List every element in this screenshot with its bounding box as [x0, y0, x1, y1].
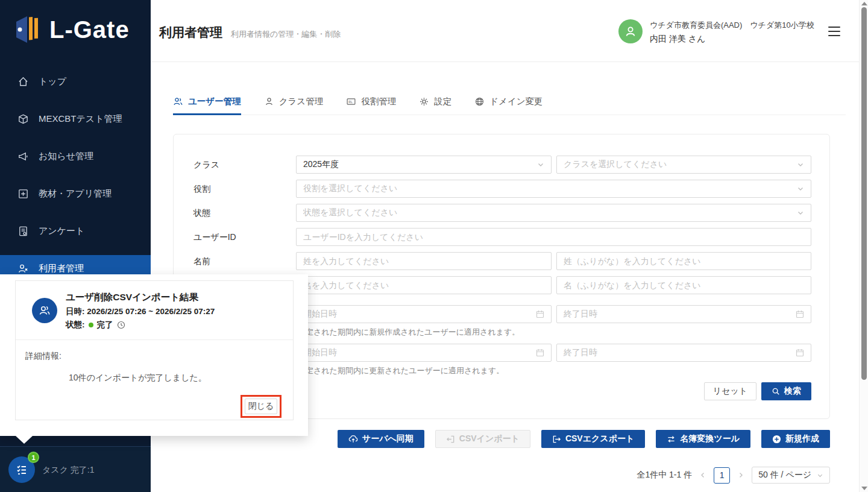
survey-document-icon — [17, 225, 29, 237]
page-scrollbar[interactable] — [859, 0, 868, 492]
reset-button[interactable]: リセット — [704, 382, 756, 400]
tab-settings[interactable]: 設定 — [419, 93, 451, 115]
task-result-status: 状態: 完了 — [66, 320, 125, 330]
next-page-icon[interactable] — [737, 472, 744, 479]
tab-role-management[interactable]: RL 役割管理 — [346, 93, 396, 115]
search-button[interactable]: 検索 — [761, 382, 811, 400]
chevron-down-icon — [797, 209, 804, 216]
status-dot-green — [89, 323, 93, 327]
first-kana-field-wrap — [556, 276, 811, 294]
modal-divider — [16, 339, 293, 340]
checklist-icon — [15, 463, 28, 476]
csv-import-button: CSVインポート — [435, 430, 530, 448]
page-subtitle: 利用者情報の管理・編集・削除 — [231, 29, 341, 40]
user-info: ウチダ市教育委員会(AAD) ウチダ第10小学校 内田 洋美 さん — [650, 20, 825, 45]
app-logo[interactable]: L-Gate — [11, 13, 130, 46]
megaphone-icon — [17, 150, 29, 162]
last-kana-input[interactable] — [564, 256, 804, 266]
created-range-help: 指定された期間内に新規作成されたユーザーに適用されます。 — [298, 327, 520, 338]
task-count-badge: 1 — [28, 452, 39, 463]
app-logo-text: L-Gate — [49, 16, 130, 43]
user-id-field-wrap — [296, 228, 811, 246]
csv-export-button[interactable]: CSVエクスポート — [541, 430, 645, 448]
first-name-input[interactable] — [303, 280, 544, 290]
updated-start-date-picker[interactable]: 開始日時 — [296, 344, 552, 362]
tab-bar: ユーザー管理 クラス管理 RL 役割管理 設定 ドメイン変更 — [173, 93, 543, 115]
user-avatar[interactable] — [618, 19, 643, 43]
calendar-icon — [536, 348, 544, 357]
gear-icon — [419, 96, 429, 107]
sidebar-item-label: お知らせ管理 — [39, 151, 93, 162]
page-size-select[interactable]: 50 件 / ページ — [752, 467, 830, 484]
swap-arrows-icon — [667, 435, 676, 444]
lgate-logo-icon — [11, 13, 43, 46]
sidebar-item-survey[interactable]: アンケート — [0, 218, 151, 244]
user-name-line: 内田 洋美 さん — [650, 34, 825, 45]
task-drawer-bar[interactable]: 1 タスク 完了:1 — [0, 446, 151, 492]
sync-server-button[interactable]: サーバへ同期 — [338, 430, 424, 448]
scroll-down-arrow[interactable] — [861, 487, 867, 490]
create-new-button[interactable]: 新規作成 — [761, 430, 830, 448]
sidebar-item-label: 利用者管理 — [39, 263, 84, 274]
sidebar-item-mexcbt[interactable]: MEXCBTテスト管理 — [0, 106, 151, 132]
plus-square-icon — [17, 188, 29, 200]
sidebar-item-top[interactable]: トップ — [0, 68, 151, 95]
person-icon — [623, 24, 638, 39]
status-label: 状態 — [193, 204, 210, 222]
first-kana-input[interactable] — [564, 280, 804, 290]
clock-history-icon[interactable] — [117, 321, 125, 329]
role-select[interactable]: 役割を選択してください — [296, 180, 811, 198]
page-title: 利用者管理 — [159, 24, 222, 41]
import-icon — [446, 435, 455, 444]
tab-label: クラス管理 — [279, 96, 324, 107]
export-icon — [552, 435, 561, 444]
tab-label: 設定 — [434, 96, 451, 107]
class-select[interactable]: クラスを選択してください — [556, 156, 811, 174]
chevron-down-icon — [537, 161, 544, 168]
updated-end-date-picker[interactable]: 終了日時 — [556, 344, 811, 362]
task-result-card: ユーザ削除CSVインポート結果 日時: 2026/2/25 07:26 ~ 20… — [15, 280, 294, 420]
calendar-icon — [796, 348, 804, 357]
user-manage-icon — [17, 262, 29, 274]
name-label: 名前 — [193, 252, 210, 270]
sidebar-item-materials[interactable]: 教材・アプリ管理 — [0, 180, 151, 207]
page-number-current[interactable]: 1 — [714, 467, 730, 484]
import-result-message: 10件のインポートが完了しました。 — [69, 373, 207, 383]
tab-domain-change[interactable]: ドメイン変更 — [474, 93, 542, 115]
home-icon — [17, 75, 29, 87]
roster-convert-button[interactable]: 名簿変換ツール — [656, 430, 750, 448]
scroll-up-arrow[interactable] — [861, 2, 867, 5]
status-select[interactable]: 状態を選択してください — [296, 204, 811, 222]
scrollbar-thumb[interactable] — [861, 7, 867, 380]
sidebar-item-notifications[interactable]: お知らせ管理 — [0, 143, 151, 169]
menu-icon[interactable] — [828, 27, 840, 36]
plus-circle-icon — [772, 435, 781, 444]
detail-info-label: 詳細情報: — [25, 351, 61, 362]
task-result-title: ユーザ削除CSVインポート結果 — [66, 291, 198, 304]
user-id-input[interactable] — [303, 232, 804, 242]
task-status-label: タスク 完了:1 — [42, 465, 95, 476]
created-end-date-picker[interactable]: 終了日時 — [556, 305, 811, 323]
tab-class-management[interactable]: クラス管理 — [264, 93, 324, 115]
close-button[interactable]: 閉じる — [245, 399, 277, 414]
search-icon — [772, 387, 780, 396]
chevron-down-icon — [797, 161, 804, 168]
top-header: 利用者管理 利用者情報の管理・編集・削除 ウチダ市教育委員会(AAD) ウチダ第… — [151, 0, 859, 62]
users-task-icon — [32, 298, 57, 323]
sidebar-item-label: トップ — [39, 76, 66, 87]
svg-text:RL: RL — [348, 99, 353, 103]
last-name-input[interactable] — [303, 256, 544, 266]
created-start-date-picker[interactable]: 開始日時 — [296, 305, 552, 323]
class-year-select[interactable]: 2025年度 — [296, 156, 552, 174]
tab-user-management[interactable]: ユーザー管理 — [173, 93, 241, 115]
prev-page-icon[interactable] — [699, 472, 706, 479]
tab-label: ドメイン変更 — [489, 96, 542, 107]
sidebar-item-label: アンケート — [39, 226, 84, 237]
sidebar-item-label: 教材・アプリ管理 — [39, 188, 112, 200]
chevron-down-icon — [817, 472, 823, 479]
updated-range-help: 指定された期間内に更新されたユーザーに適用されます。 — [298, 365, 504, 376]
user-org-line: ウチダ市教育委員会(AAD) ウチダ第10小学校 — [650, 20, 825, 31]
mexcbt-test-icon — [17, 113, 29, 125]
id-card-icon: RL — [346, 96, 356, 107]
pagination-summary: 全1件中 1-1 件 — [637, 470, 692, 481]
